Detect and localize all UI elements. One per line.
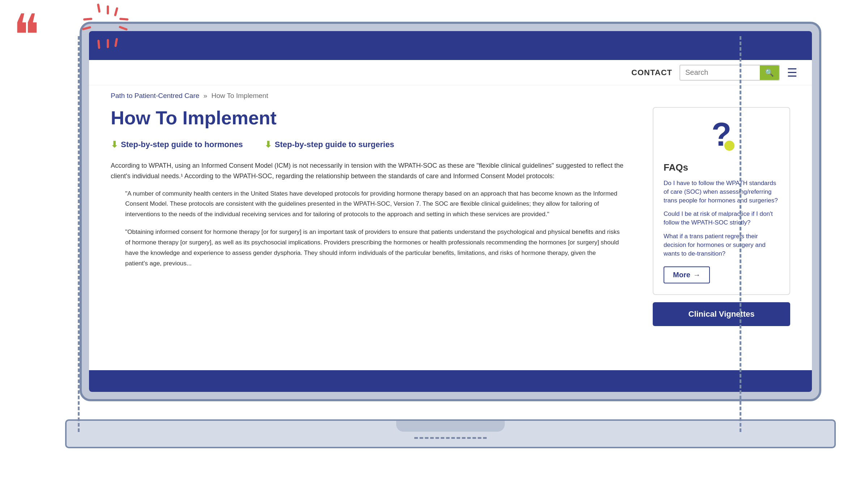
quote-mark-1: ❝ bbox=[13, 7, 39, 65]
faq-link-1[interactable]: Do I have to follow the WPATH standards … bbox=[664, 179, 779, 205]
hormones-guide-link[interactable]: ⬇ Step-by-step guide to hormones bbox=[111, 140, 243, 150]
faq-link-3[interactable]: What if a trans patient regrets their de… bbox=[664, 232, 779, 258]
quote-text-2: "Obtaining informed consent for hormone … bbox=[125, 227, 620, 269]
hamburger-menu-icon[interactable]: ☰ bbox=[787, 66, 797, 80]
faq-icon-area: ? bbox=[664, 119, 779, 156]
surgeries-guide-link[interactable]: ⬇ Step-by-step guide to surgeries bbox=[264, 140, 394, 150]
dashed-right-border bbox=[740, 36, 741, 432]
search-bar: 🔍 bbox=[679, 65, 780, 81]
laptop-frame: CONTACT 🔍 ☰ Path to Patient-Centred Care… bbox=[80, 22, 839, 456]
laptop-base bbox=[65, 419, 836, 448]
site-nav: CONTACT 🔍 ☰ bbox=[89, 60, 812, 85]
quote-text-1: "A number of community health centers in… bbox=[125, 189, 620, 220]
contact-link[interactable]: CONTACT bbox=[631, 68, 672, 77]
faq-link-2[interactable]: Could I be at risk of malpractice if I d… bbox=[664, 210, 779, 227]
site-main: Path to Patient-Centred Care » How To Im… bbox=[89, 85, 812, 392]
laptop-base-dashes bbox=[414, 437, 487, 439]
site-footer bbox=[89, 370, 812, 392]
quote-block-2: "Obtaining informed consent for hormone … bbox=[125, 227, 620, 269]
page-title: How To Implement bbox=[111, 107, 635, 129]
body-text-1: According to WPATH, using an Informed Co… bbox=[111, 161, 635, 181]
svg-point-1 bbox=[724, 141, 734, 151]
dashed-left-border bbox=[78, 36, 80, 432]
guide-links: ⬇ Step-by-step guide to hormones ⬇ Step-… bbox=[111, 140, 635, 150]
arrow-down-icon-1: ⬇ bbox=[111, 140, 118, 150]
laptop-screen: CONTACT 🔍 ☰ Path to Patient-Centred Care… bbox=[89, 31, 812, 392]
laptop-screen-border: CONTACT 🔍 ☰ Path to Patient-Centred Care… bbox=[80, 22, 821, 401]
quote-block-1: "A number of community health centers in… bbox=[125, 189, 620, 220]
breadcrumb-current: How To Implement bbox=[211, 92, 268, 99]
search-button[interactable]: 🔍 bbox=[760, 65, 779, 80]
faq-card: ? FAQs Do I have to follow the WPATH sta… bbox=[653, 107, 790, 295]
search-icon: 🔍 bbox=[765, 68, 774, 77]
breadcrumb-separator: » bbox=[203, 92, 207, 99]
sidebar: ? FAQs Do I have to follow the WPATH sta… bbox=[653, 107, 790, 363]
more-button[interactable]: More → bbox=[664, 266, 710, 283]
clinical-vignettes-button[interactable]: Clinical Vignettes bbox=[653, 302, 790, 326]
search-input[interactable] bbox=[680, 65, 760, 80]
site-top-bar bbox=[89, 31, 812, 60]
faq-question-mark-icon: ? bbox=[703, 119, 740, 155]
laptop-base-notch bbox=[396, 421, 505, 432]
main-content: How To Implement ⬇ Step-by-step guide to… bbox=[111, 107, 635, 363]
breadcrumb: Path to Patient-Centred Care » How To Im… bbox=[89, 85, 812, 103]
arrow-right-icon: → bbox=[693, 271, 700, 279]
quote-decoration: ❝ bbox=[11, 7, 42, 65]
faq-title: FAQs bbox=[664, 162, 779, 173]
content-area: How To Implement ⬇ Step-by-step guide to… bbox=[89, 103, 812, 370]
breadcrumb-parent-link[interactable]: Path to Patient-Centred Care bbox=[111, 92, 199, 99]
arrow-down-icon-2: ⬇ bbox=[264, 140, 272, 150]
